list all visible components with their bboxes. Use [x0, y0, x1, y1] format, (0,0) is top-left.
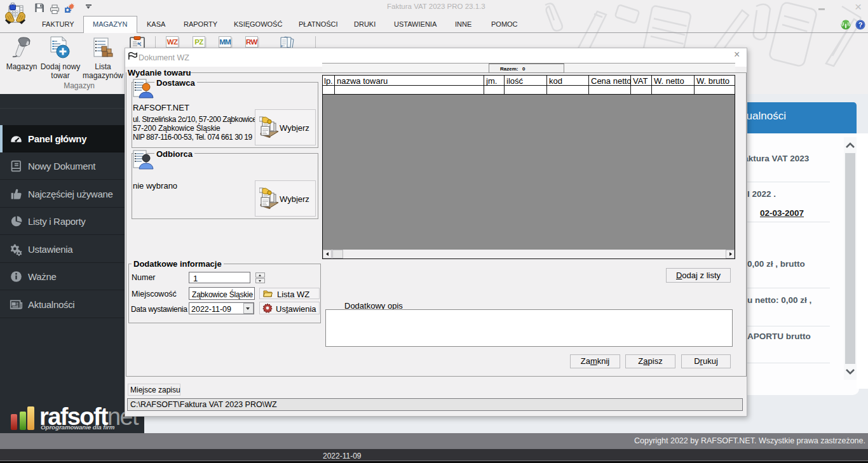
svg-text:?: ?: [858, 21, 863, 29]
